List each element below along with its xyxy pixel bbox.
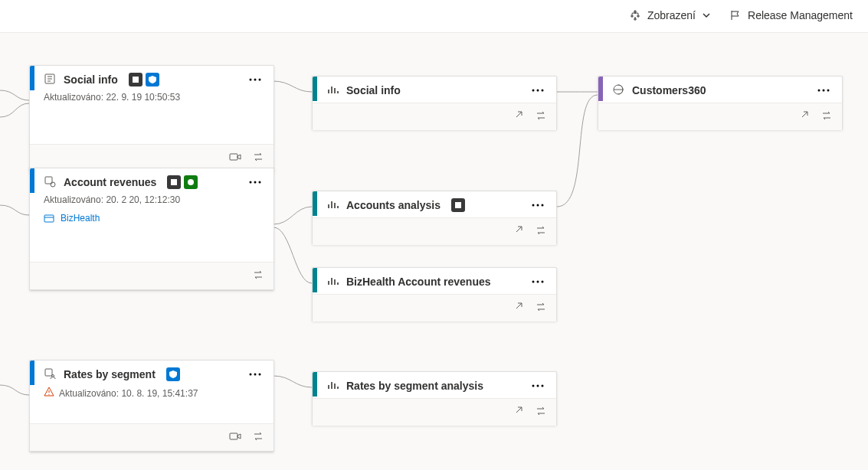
node-social-info-report[interactable]: Social info [312,76,557,129]
node-footer [598,103,842,130]
open-icon[interactable] [512,405,524,419]
svg-point-7 [51,182,55,187]
sensitivity-badge-icon [129,73,142,86]
warning-icon [44,387,54,400]
swap-icon[interactable] [535,224,547,239]
swap-icon[interactable] [252,430,264,445]
more-options-button[interactable] [246,370,264,379]
open-icon[interactable] [512,224,524,239]
more-options-button[interactable] [529,277,547,286]
open-icon[interactable] [512,301,524,315]
svg-point-12 [259,181,261,184]
node-stripe [313,77,317,101]
svg-rect-14 [45,369,52,376]
open-icon[interactable] [512,109,524,124]
view-dropdown[interactable]: Zobrazení [629,9,711,21]
svg-point-31 [537,385,539,387]
workspace-icon [44,213,54,224]
svg-rect-19 [230,433,237,439]
open-icon[interactable] [798,109,810,124]
svg-point-16 [250,374,252,376]
svg-rect-8 [171,179,177,185]
updated-timestamp: 10. 8. 19, 15:41:37 [121,388,198,399]
certified-badge-icon [146,73,159,86]
app-icon [612,83,624,98]
more-options-button[interactable] [529,86,547,95]
svg-point-21 [537,90,539,92]
release-management-button[interactable]: Release Management [729,9,853,21]
svg-point-9 [188,179,194,185]
updated-prefix: Aktualizováno: [44,194,106,205]
node-title: Customers360 [632,84,706,96]
svg-point-35 [823,90,825,92]
node-accounts-analysis-report[interactable]: Accounts analysis [312,191,557,244]
swap-icon[interactable] [535,405,547,419]
dataset-shared-icon [44,175,56,190]
node-customers360-app[interactable]: Customers360 [598,76,843,129]
updated-timestamp: 22. 9. 19 10:50:53 [106,92,180,103]
report-icon [326,275,339,289]
hierarchy-icon [629,9,641,21]
promoted-badge-icon [184,175,198,189]
node-badges [167,175,198,189]
workspace-name: BizHealth [61,213,100,224]
impact-icon[interactable] [229,430,241,445]
svg-point-22 [542,90,544,92]
more-options-button[interactable] [246,178,264,187]
svg-point-27 [532,281,535,283]
chevron-down-icon [702,11,711,20]
more-options-button[interactable] [529,201,547,210]
swap-icon[interactable] [535,109,547,124]
node-stripe [30,66,34,90]
impact-icon[interactable] [229,151,241,165]
node-stripe [313,372,317,397]
node-body: Aktualizováno: 10. 8. 19, 15:41:37 [30,387,274,406]
node-body: Aktualizováno: 22. 9. 19 10:50:53 [30,92,274,109]
svg-rect-23 [455,202,461,208]
updated-timestamp: 20. 2 20, 12:12:30 [106,194,180,205]
svg-point-11 [254,181,257,184]
svg-point-26 [542,204,544,207]
swap-icon[interactable] [535,301,547,315]
node-badges [129,73,159,86]
lineage-canvas[interactable]: Social info Aktualizováno: 22. 9. 19 10:… [0,32,868,470]
svg-point-34 [818,90,821,92]
node-title: Rates by segment analysis [346,380,483,392]
report-icon [326,198,339,213]
node-footer [313,103,556,130]
node-stripe [30,361,34,385]
node-title: Rates by segment [64,368,156,380]
workspace-link[interactable]: BizHealth [44,213,264,224]
more-options-button[interactable] [529,381,547,390]
node-footer [313,294,556,321]
node-body: Aktualizováno: 20. 2 20, 12:12:30 BizHea… [30,194,274,230]
node-bizhealth-revenues-report[interactable]: BizHealth Account revenues [312,267,557,321]
svg-point-30 [532,385,535,387]
node-social-info-dataset[interactable]: Social info Aktualizováno: 22. 9. 19 10:… [29,65,274,172]
swap-icon[interactable] [252,269,264,283]
swap-icon[interactable] [821,109,833,124]
svg-point-32 [542,385,544,387]
node-footer [30,423,274,451]
node-title: Social info [346,84,401,96]
node-rates-analysis-report[interactable]: Rates by segment analysis [312,371,557,425]
node-stripe [598,77,603,101]
node-badges [166,367,180,381]
more-options-button[interactable] [246,75,264,84]
more-options-button[interactable] [814,86,833,95]
node-footer [30,262,274,289]
node-title: Accounts analysis [346,199,441,211]
svg-point-25 [537,204,539,207]
swap-icon[interactable] [252,151,264,165]
svg-point-28 [537,281,539,283]
node-footer [313,398,556,426]
node-account-revenues-dataset[interactable]: Account revenues Aktualizováno: 20. 2 20… [29,168,274,290]
sensitivity-badge-icon [167,175,181,189]
view-label: Zobrazení [647,9,696,21]
node-footer [313,217,556,245]
updated-prefix: Aktualizováno: [59,388,121,399]
svg-rect-5 [230,154,237,160]
node-rates-by-segment-dataset[interactable]: Rates by segment Aktualizováno: 10. 8. 1… [29,360,274,452]
node-stripe [313,268,317,292]
node-stripe [313,191,317,216]
